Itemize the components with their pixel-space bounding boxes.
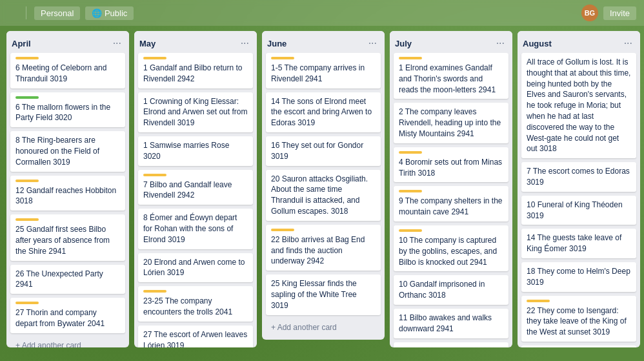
card-august-6[interactable]: 28 They overtake Saruman: Saruman turns … bbox=[521, 346, 636, 347]
column-menu-april[interactable]: ··· bbox=[110, 36, 124, 50]
column-title-may: May bbox=[139, 39, 156, 48]
card-april-3[interactable]: 12 Gandalf reaches Hobbiton 3018 bbox=[10, 176, 125, 211]
card-text-may-5: 20 Elrond and Arwen come to Lórien 3019 bbox=[143, 258, 245, 278]
card-text-july-6: 11 Bilbo awakes and walks downward 2941 bbox=[399, 313, 492, 333]
column-cards-may: 1 Gandalf and Bilbo return to Rivendell … bbox=[134, 53, 257, 347]
card-label-may-3 bbox=[143, 174, 166, 176]
avatar[interactable]: BG bbox=[581, 5, 598, 21]
add-card-button-june[interactable]: + Add another card bbox=[266, 319, 381, 336]
card-august-3[interactable]: 14 The guests take leave of King Éomer 3… bbox=[521, 229, 636, 258]
card-text-may-1: 1 Crowning of King Elessar: Elrond and A… bbox=[143, 97, 247, 128]
card-text-august-0: All trace of Gollum is lost. It is thoug… bbox=[527, 57, 630, 153]
card-august-1[interactable]: 7 The escort comes to Edoras 3019 bbox=[521, 162, 636, 192]
column-header-june: June··· bbox=[262, 31, 385, 53]
card-july-1[interactable]: 2 The company leaves Rivendell, heading … bbox=[394, 103, 508, 143]
card-april-1[interactable]: 6 The mallorn flowers in the Party Field… bbox=[10, 92, 125, 128]
card-july-2[interactable]: 4 Boromir sets out from Minas Tirith 301… bbox=[394, 147, 508, 183]
invite-button[interactable]: Invite bbox=[603, 6, 636, 20]
column-title-april: April bbox=[12, 39, 31, 48]
personal-button[interactable]: Personal bbox=[34, 6, 80, 20]
column-header-july: July··· bbox=[390, 31, 512, 53]
card-label-july-0 bbox=[399, 57, 422, 59]
card-april-4[interactable]: 25 Gandalf first sees Bilbo after years … bbox=[10, 214, 125, 260]
column-cards-july: 1 Elrond examines Gandalf and Thorin's s… bbox=[390, 53, 512, 347]
card-july-3[interactable]: 9 The company shelters in the mountain c… bbox=[394, 186, 508, 222]
card-may-2[interactable]: 1 Samwise marries Rose 3020 bbox=[138, 136, 253, 166]
card-text-june-1: 14 The sons of Elrond meet the escort an… bbox=[271, 97, 372, 128]
card-august-0[interactable]: All trace of Gollum is lost. It is thoug… bbox=[521, 53, 636, 158]
board: April···6 Meeting of Celeborn and Thrand… bbox=[0, 26, 644, 361]
card-text-april-1: 6 The mallorn flowers in the Party Field… bbox=[15, 103, 110, 123]
card-label-april-6 bbox=[15, 302, 39, 304]
card-label-july-3 bbox=[399, 190, 422, 192]
column-cards-june: 1-5 The company arrives in Rivendell 294… bbox=[262, 53, 385, 318]
card-may-4[interactable]: 8 Éomer and Éowyn depart for Rohan with … bbox=[138, 209, 253, 249]
add-card-button-april[interactable]: + Add another card bbox=[10, 337, 125, 347]
card-april-5[interactable]: 26 The Unexpected Party 2941 bbox=[10, 265, 125, 294]
card-july-5[interactable]: 10 Gandalf imprisoned in Orthanc 3018 bbox=[394, 275, 508, 305]
card-may-5[interactable]: 20 Elrond and Arwen come to Lórien 3019 bbox=[138, 253, 253, 283]
card-label-may-0 bbox=[143, 57, 166, 59]
card-june-1[interactable]: 14 The sons of Elrond meet the escort an… bbox=[266, 92, 381, 132]
card-july-7[interactable]: 12 Bilbo finds the One Ring and escapes … bbox=[394, 342, 508, 347]
header-separator bbox=[26, 6, 26, 19]
card-text-april-5: 26 The Unexpected Party 2941 bbox=[15, 269, 103, 289]
card-text-july-3: 9 The company shelters in the mountain c… bbox=[399, 196, 503, 216]
card-july-4[interactable]: 10 The company is captured by the goblin… bbox=[394, 225, 508, 271]
card-text-july-2: 4 Boromir sets out from Minas Tirith 301… bbox=[399, 158, 502, 178]
column-menu-july[interactable]: ··· bbox=[494, 36, 507, 50]
card-text-august-3: 14 The guests take leave of King Éomer 3… bbox=[527, 233, 621, 253]
column-header-april: April··· bbox=[6, 31, 129, 53]
card-may-7[interactable]: 27 The escort of Arwen leaves Lórien 301… bbox=[138, 325, 253, 347]
card-label-july-4 bbox=[399, 229, 422, 232]
card-text-april-3: 12 Gandalf reaches Hobbiton 3018 bbox=[15, 186, 116, 206]
card-august-5[interactable]: 22 They come to Isengard: they take leav… bbox=[521, 296, 636, 342]
card-text-may-6: 23-25 The company encounters the trolls … bbox=[143, 296, 232, 316]
card-may-6[interactable]: 23-25 The company encounters the trolls … bbox=[138, 286, 253, 322]
card-august-2[interactable]: 10 Funeral of King Théoden 3019 bbox=[521, 196, 636, 225]
card-june-0[interactable]: 1-5 The company arrives in Rivendell 294… bbox=[266, 53, 381, 88]
card-text-july-5: 10 Gandalf imprisoned in Orthanc 3018 bbox=[399, 280, 485, 300]
column-menu-may[interactable]: ··· bbox=[238, 36, 252, 50]
column-menu-june[interactable]: ··· bbox=[366, 36, 379, 50]
column-menu-august[interactable]: ··· bbox=[621, 36, 635, 50]
card-text-august-5: 22 They come to Isengard: they take leav… bbox=[527, 306, 627, 337]
card-may-1[interactable]: 1 Crowning of King Elessar: Elrond and A… bbox=[138, 92, 253, 132]
card-april-0[interactable]: 6 Meeting of Celeborn and Thranduil 3019 bbox=[10, 53, 125, 88]
column-cards-august: All trace of Gollum is lost. It is thoug… bbox=[518, 53, 640, 347]
card-text-august-2: 10 Funeral of King Théoden 3019 bbox=[527, 200, 623, 220]
public-button[interactable]: 🌐 Public bbox=[85, 6, 134, 20]
card-text-july-1: 2 The company leaves Rivendell, heading … bbox=[399, 107, 501, 138]
card-label-june-4 bbox=[271, 229, 294, 231]
card-june-5[interactable]: 25 King Elessar finds the sapling of the… bbox=[266, 274, 381, 315]
card-label-may-6 bbox=[143, 290, 166, 293]
column-title-july: July bbox=[395, 39, 412, 48]
column-cards-april: 6 Meeting of Celeborn and Thranduil 3019… bbox=[6, 53, 129, 336]
card-july-0[interactable]: 1 Elrond examines Gandalf and Thorin's s… bbox=[394, 53, 508, 99]
card-text-june-0: 1-5 The company arrives in Rivendell 294… bbox=[271, 63, 365, 83]
card-text-may-7: 27 The escort of Arwen leaves Lórien 301… bbox=[143, 330, 247, 347]
card-april-2[interactable]: 8 The Ring-bearers are honoured on the F… bbox=[10, 131, 125, 171]
card-text-may-0: 1 Gandalf and Bilbo return to Rivendell … bbox=[143, 63, 242, 83]
column-header-may: May··· bbox=[134, 31, 257, 53]
card-june-3[interactable]: 20 Sauron attacks Osgiliath. About the s… bbox=[266, 170, 381, 221]
header: Personal 🌐 Public BG Invite bbox=[0, 0, 644, 26]
card-text-june-5: 25 King Elessar finds the sapling of the… bbox=[271, 279, 357, 310]
card-label-april-1 bbox=[15, 96, 39, 99]
card-text-august-4: 18 They come to Helm's Deep 3019 bbox=[527, 267, 630, 287]
card-july-6[interactable]: 11 Bilbo awakes and walks downward 2941 bbox=[394, 309, 508, 338]
card-label-april-0 bbox=[15, 57, 39, 59]
card-april-6[interactable]: 27 Thorin and company depart from Bywate… bbox=[10, 298, 125, 333]
card-june-2[interactable]: 16 They set out for Gondor 3019 bbox=[266, 136, 381, 166]
column-title-june: June bbox=[267, 39, 287, 48]
card-june-4[interactable]: 22 Bilbo arrives at Bag End and finds th… bbox=[266, 225, 381, 271]
card-text-april-2: 8 The Ring-bearers are honoured on the F… bbox=[15, 136, 99, 167]
column-header-august: August··· bbox=[518, 31, 640, 53]
column-july: July···1 Elrond examines Gandalf and Tho… bbox=[390, 31, 512, 347]
card-text-may-4: 8 Éomer and Éowyn depart for Rohan with … bbox=[143, 213, 237, 244]
card-label-april-3 bbox=[15, 180, 39, 182]
card-may-3[interactable]: 7 Bilbo and Gandalf leave Rivendell 2942 bbox=[138, 170, 253, 205]
card-text-april-6: 27 Thorin and company depart from Bywate… bbox=[15, 308, 105, 328]
card-may-0[interactable]: 1 Gandalf and Bilbo return to Rivendell … bbox=[138, 53, 253, 88]
card-august-4[interactable]: 18 They come to Helm's Deep 3019 bbox=[521, 262, 636, 292]
